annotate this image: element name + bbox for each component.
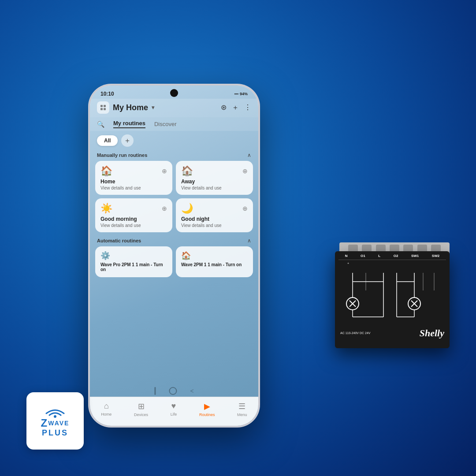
home-card-add[interactable]: ⊕	[162, 167, 167, 175]
zwave-wave-text: WAVE	[48, 420, 69, 427]
routine-card-good-night[interactable]: 🌙 ⊕ Good night View details and use	[176, 198, 253, 232]
module-divider	[338, 260, 446, 260]
morning-card-icon: ☀️	[100, 203, 112, 214]
zwave-badge: Z WAVE PLUS	[26, 392, 84, 450]
manually-section-title: Manually run routines	[97, 152, 147, 158]
wave-icon-row: 🏠	[181, 251, 248, 260]
nav-routines-label: Routines	[199, 413, 215, 417]
morning-card-add[interactable]: ⊕	[162, 205, 167, 212]
wave-icon: 🏠	[181, 251, 191, 260]
more-icon[interactable]: ⋮	[244, 103, 251, 112]
night-card-icon-row: 🌙 ⊕	[181, 203, 248, 214]
away-card-add[interactable]: ⊕	[242, 167, 248, 175]
phone-outer: 10:10 ▪▪▪ 94%	[88, 84, 260, 428]
home-app-icon	[97, 101, 109, 114]
automatic-chevron[interactable]: ∧	[247, 238, 251, 244]
module-bottom: AC 110-240V DC 24V Shelly	[335, 327, 450, 340]
camera-notch	[170, 89, 178, 97]
zwave-z-letter: Z	[41, 418, 48, 428]
manually-chevron[interactable]: ∧	[247, 152, 251, 158]
phone-screen: 10:10 ▪▪▪ 94%	[90, 86, 258, 426]
tab-discover[interactable]: Discover	[154, 121, 177, 127]
wavepro-icon: ⚙️	[100, 251, 110, 260]
routine-card-good-morning[interactable]: ☀️ ⊕ Good morning View details and use	[95, 198, 172, 232]
routine-card-home[interactable]: 🏠 ⊕ Home View details and use	[95, 161, 172, 195]
battery-icon: 94%	[240, 92, 248, 96]
nav-devices-label: Devices	[134, 413, 148, 417]
wavepro-icon-row: ⚙️	[100, 251, 167, 260]
label-o2: O2	[394, 254, 398, 258]
label-n: N	[345, 254, 348, 258]
gesture-circle	[169, 387, 177, 395]
gesture-line	[154, 387, 156, 395]
away-card-icon: 🏠	[181, 165, 193, 177]
tab-my-routines[interactable]: My routines	[113, 120, 145, 128]
manually-section-header: Manually run routines ∧	[90, 150, 258, 161]
auto-card-wave-pro[interactable]: ⚙️ Wave Pro 2PM 1 1 main - Turn on	[95, 246, 172, 277]
zwave-content: Z WAVE PLUS	[41, 405, 70, 438]
gesture-bar: <	[154, 387, 193, 395]
dropdown-icon[interactable]: ▾	[152, 104, 154, 111]
module-shelly-logo: Shelly	[420, 327, 444, 339]
search-icon[interactable]: 🔍	[97, 121, 104, 128]
nav-devices-icon: ⊞	[138, 402, 145, 411]
nav-menu-icon: ☰	[238, 402, 245, 411]
module-plus-minus: +	[335, 262, 450, 265]
filter-all-button[interactable]: All	[97, 135, 118, 146]
gesture-chevron: <	[190, 387, 193, 394]
automatic-section-title: Automatic routines	[97, 238, 141, 243]
zwave-plus-text: PLUS	[42, 428, 68, 438]
search-tabs: 🔍 My routines Discover	[90, 117, 258, 131]
morning-card-subtitle: View details and use	[100, 223, 167, 228]
morning-card-title: Good morning	[100, 216, 167, 222]
filter-row: All ＋	[90, 131, 258, 150]
away-card-icon-row: 🏠 ⊕	[181, 165, 248, 177]
auto-routines-grid: ⚙️ Wave Pro 2PM 1 1 main - Turn on 🏠 Wav…	[90, 246, 258, 281]
app-home-title: My Home ▾	[97, 101, 154, 114]
circuit-area	[335, 265, 450, 327]
nav-routines[interactable]: ▶ Routines	[199, 402, 215, 417]
nav-menu[interactable]: ☰ Menu	[237, 402, 247, 417]
zwave-wifi-icon	[44, 405, 66, 418]
wave-title: Wave 2PM 1 1 main - Turn on	[181, 262, 248, 267]
layers-icon[interactable]: ⊛	[221, 103, 227, 112]
label-o1: O1	[361, 254, 365, 258]
routine-card-away[interactable]: 🏠 ⊕ Away View details and use	[176, 161, 253, 195]
wavepro-title: Wave Pro 2PM 1 1 main - Turn on	[100, 262, 167, 272]
home-card-icon-row: 🏠 ⊕	[100, 165, 167, 177]
status-time: 10:10	[100, 91, 114, 97]
manual-routines-grid: 🏠 ⊕ Home View details and use 🏠 ⊕ Away	[90, 161, 258, 236]
status-icons: ▪▪▪ 94%	[234, 92, 248, 96]
night-card-add[interactable]: ⊕	[242, 205, 248, 212]
home-card-subtitle: View details and use	[100, 186, 167, 190]
nav-home[interactable]: ⌂ Home	[101, 402, 112, 417]
hardware-module: N O1 L O2 SW1 SW2 +	[326, 238, 450, 370]
away-card-title: Away	[181, 178, 248, 185]
svg-rect-10	[339, 268, 445, 321]
auto-card-wave[interactable]: 🏠 Wave 2PM 1 1 main - Turn on	[176, 246, 253, 277]
nav-life-label: Life	[171, 412, 177, 416]
nav-menu-label: Menu	[237, 413, 247, 417]
voltage-label: AC 110-240V DC 24V	[340, 331, 370, 336]
nav-home-label: Home	[101, 412, 112, 416]
app-actions: ⊛ ＋ ⋮	[221, 103, 251, 112]
module-body: N O1 L O2 SW1 SW2 +	[335, 251, 450, 348]
phone-container: 10:10 ▪▪▪ 94%	[88, 84, 260, 428]
label-l: L	[378, 254, 380, 258]
app-header: My Home ▾ ⊛ ＋ ⋮	[90, 99, 258, 117]
night-card-subtitle: View details and use	[181, 223, 248, 228]
svg-rect-8	[100, 108, 103, 110]
zwave-name-row: Z WAVE	[41, 418, 70, 428]
home-card-icon: 🏠	[100, 165, 112, 177]
away-card-subtitle: View details and use	[181, 186, 248, 190]
add-icon[interactable]: ＋	[232, 103, 239, 112]
nav-routines-icon: ▶	[204, 402, 210, 411]
circuit-svg	[339, 268, 445, 321]
nav-life[interactable]: ♥ Life	[171, 402, 177, 417]
filter-add-button[interactable]: ＋	[121, 134, 134, 147]
nav-devices[interactable]: ⊞ Devices	[134, 402, 148, 417]
night-card-icon: 🌙	[181, 203, 193, 214]
svg-rect-9	[104, 108, 106, 110]
morning-card-icon-row: ☀️ ⊕	[100, 203, 167, 214]
nav-life-icon: ♥	[171, 402, 176, 411]
